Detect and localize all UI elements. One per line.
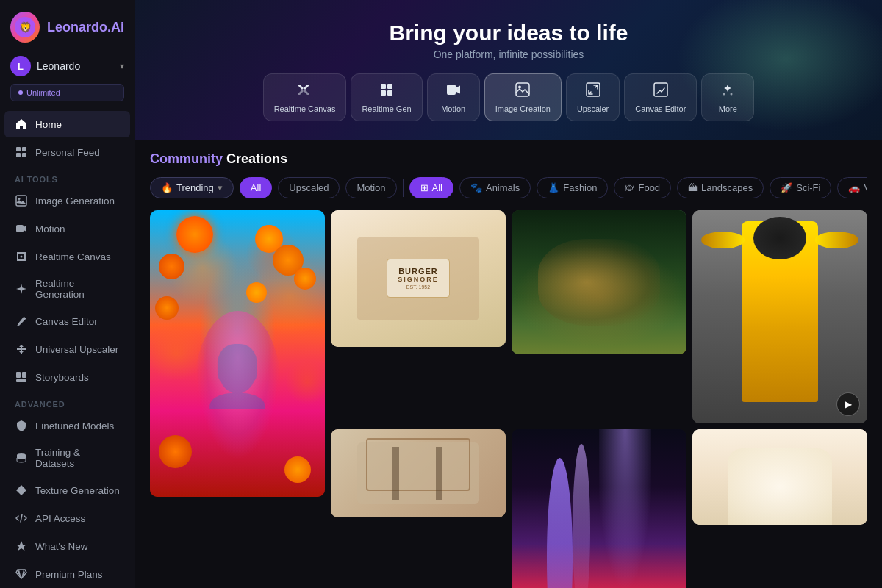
tool-more[interactable]: More <box>701 74 754 121</box>
filter-vehicles[interactable]: 🚗 Vehicles <box>837 177 867 198</box>
sidebar-item-personal-feed[interactable]: Personal Feed <box>4 139 130 165</box>
grid-item-chameleon[interactable] <box>512 210 686 354</box>
filter-upscaled[interactable]: Upscaled <box>278 177 340 198</box>
section-advanced: Advanced <box>0 391 135 412</box>
svg-rect-5 <box>22 153 26 157</box>
grid-item-abstract[interactable] <box>512 429 686 588</box>
sidebar-item-motion[interactable]: Motion <box>4 215 130 242</box>
svg-rect-10 <box>16 372 21 378</box>
vehicles-icon: 🚗 <box>848 182 860 193</box>
home-icon <box>15 118 28 131</box>
tool-realtime-canvas[interactable]: Realtime Canvas <box>263 74 347 121</box>
svg-rect-17 <box>387 84 392 89</box>
tool-realtime-gen-label: Realtime Gen <box>362 104 411 113</box>
grid-item-yellow-suit[interactable]: ▶ <box>692 210 867 423</box>
upscale-icon <box>15 343 28 356</box>
sci-fi-icon: 🚀 <box>781 182 792 193</box>
food-icon: 🍽 <box>625 182 634 193</box>
svg-rect-20 <box>447 85 456 95</box>
tool-image-creation[interactable]: Image Creation <box>484 74 562 121</box>
unlimited-badge[interactable]: Unlimited <box>10 84 124 101</box>
filter-all-primary[interactable]: All <box>240 177 272 198</box>
tool-motion[interactable]: Motion <box>427 74 480 121</box>
tool-more-label: More <box>719 104 737 113</box>
sidebar-item-universal-upscaler[interactable]: Universal Upscaler <box>4 336 130 362</box>
sidebar-item-api-access[interactable]: API Access <box>4 505 130 531</box>
tools-row: Realtime Canvas Realtime Gen <box>263 74 755 121</box>
sidebar: 🦁 Leonardo.Ai L Leonardo ▾ Unlimited Hom… <box>0 0 135 588</box>
more-icon <box>720 82 736 101</box>
sidebar-item-finetuned-models[interactable]: Finetuned Models <box>4 412 130 439</box>
user-name: Leonardo <box>37 60 114 72</box>
filter-motion[interactable]: Motion <box>345 177 396 198</box>
sidebar-item-storyboards[interactable]: Storyboards <box>4 364 130 390</box>
sidebar-item-realtime-canvas[interactable]: Realtime Canvas <box>4 243 130 270</box>
filter-trending[interactable]: 🔥 Trending ▾ <box>150 177 234 198</box>
grid-item-burger[interactable]: BURGER SIGNORE EST. 1952 <box>331 210 506 347</box>
fashion-icon: 👗 <box>548 182 559 193</box>
image-grid: BURGER SIGNORE EST. 1952 <box>150 210 867 588</box>
hero-section: Bring your ideas to life One platform, i… <box>135 0 882 140</box>
sidebar-item-home[interactable]: Home <box>4 111 130 137</box>
logo-area: 🦁 Leonardo.Ai <box>0 0 135 51</box>
grid-item-handbag[interactable] <box>331 429 506 517</box>
tool-realtime-canvas-label: Realtime Canvas <box>274 104 336 113</box>
grid-item-colorful-woman[interactable] <box>150 210 325 497</box>
fire-icon: 🔥 <box>161 182 173 193</box>
svg-rect-4 <box>16 153 21 157</box>
storyboard-icon <box>15 370 28 384</box>
hero-subtitle: One platform, infinite possibilities <box>434 49 584 60</box>
filter-food[interactable]: 🍽 Food <box>614 177 671 198</box>
svg-rect-24 <box>654 83 667 96</box>
sidebar-item-whats-new[interactable]: What's New <box>4 533 130 559</box>
grid-item-dessert[interactable] <box>692 429 867 525</box>
filter-sci-fi[interactable]: 🚀 Sci-Fi <box>770 177 831 198</box>
filter-all-secondary[interactable]: ⊞ All <box>409 177 453 198</box>
svg-rect-8 <box>16 225 24 232</box>
tool-motion-label: Motion <box>441 104 465 113</box>
play-button[interactable]: ▶ <box>836 392 860 416</box>
user-row[interactable]: L Leonardo ▾ <box>0 51 135 84</box>
section-ai-tools: AI Tools <box>0 166 135 187</box>
image-creation-icon <box>514 82 531 101</box>
star-icon <box>15 539 28 553</box>
filter-landscapes[interactable]: 🏔 Landscapes <box>677 177 764 198</box>
tool-upscaler[interactable]: Upscaler <box>566 74 620 121</box>
sidebar-item-training-datasets[interactable]: Training & Datasets <box>4 440 130 476</box>
chevron-icon: ▾ <box>218 182 223 193</box>
logo-avatar: 🦁 <box>10 12 40 43</box>
svg-rect-2 <box>16 147 21 151</box>
edit-icon <box>15 315 28 328</box>
hero-title: Bring your ideas to life <box>389 21 628 46</box>
community-highlight: Community <box>150 151 223 166</box>
svg-rect-6 <box>16 196 26 206</box>
landscapes-icon: 🏔 <box>688 182 698 193</box>
badge-dot <box>18 90 23 95</box>
canvas-icon <box>15 250 28 263</box>
filter-animals[interactable]: 🐾 Animals <box>459 177 531 198</box>
logo-text: Leonardo.Ai <box>47 20 124 35</box>
sidebar-item-canvas-editor[interactable]: Canvas Editor <box>4 308 130 334</box>
sidebar-item-realtime-generation[interactable]: Realtime Generation <box>4 271 130 306</box>
svg-point-25 <box>723 93 725 96</box>
video-icon <box>15 222 28 235</box>
divider <box>403 179 404 197</box>
grid-icon <box>15 146 28 159</box>
svg-rect-21 <box>516 83 529 96</box>
community-header: Community Creations <box>150 151 867 167</box>
sidebar-item-premium-plans[interactable]: Premium Plans <box>4 561 130 587</box>
avatar: L <box>10 56 31 76</box>
api-icon <box>15 512 28 525</box>
svg-rect-19 <box>387 90 392 96</box>
chevron-down-icon: ▾ <box>120 61 124 71</box>
tool-canvas-editor[interactable]: Canvas Editor <box>624 74 697 121</box>
svg-point-22 <box>518 86 521 89</box>
content-area: Community Creations 🔥 Trending ▾ All Ups… <box>135 140 882 588</box>
filter-row: 🔥 Trending ▾ All Upscaled Motion ⊞ All 🐾… <box>150 177 867 198</box>
canvas-editor-icon <box>653 82 669 101</box>
sidebar-item-image-generation[interactable]: Image Generation <box>4 187 130 214</box>
sidebar-item-texture-generation[interactable]: Texture Generation <box>4 477 130 503</box>
filter-fashion[interactable]: 👗 Fashion <box>537 177 608 198</box>
svg-rect-12 <box>16 379 26 382</box>
tool-realtime-gen[interactable]: Realtime Gen <box>351 74 422 121</box>
